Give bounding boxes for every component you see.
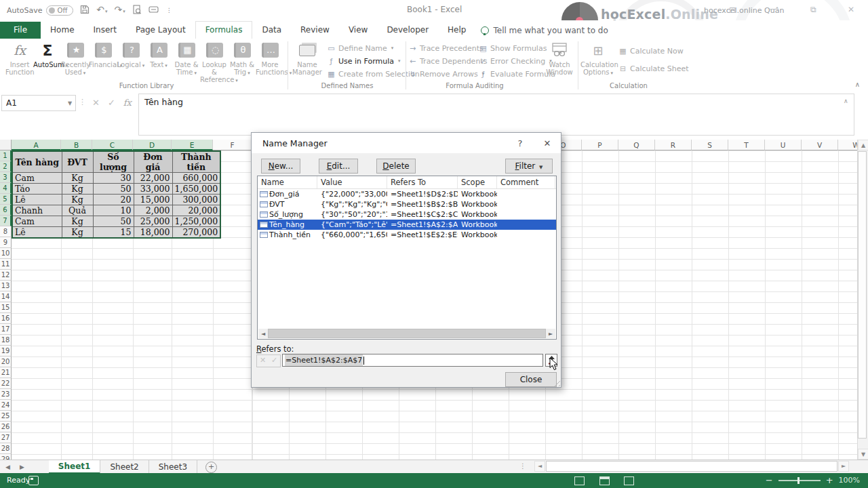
save-icon[interactable] xyxy=(80,5,90,16)
name-row-ĐVT[interactable]: ĐVT{"Kg";"Kg";"Kg";"Quả";...=Sheet1!$B$2… xyxy=(258,199,556,209)
sheet-tab-sheet3[interactable]: Sheet3 xyxy=(149,460,197,474)
table-cell[interactable]: 20 xyxy=(93,195,134,205)
row-header-21[interactable]: 21 xyxy=(0,367,12,378)
column-header-P[interactable]: P xyxy=(582,140,618,150)
row-header-27[interactable]: 27 xyxy=(0,432,12,443)
data-table[interactable]: Tên hàngĐVTSố lượngĐơn giáThành tiềnCamK… xyxy=(12,150,221,239)
redo-dropdown-icon[interactable]: ▾ xyxy=(123,9,125,14)
watch-window-button[interactable]: Watch Window xyxy=(544,41,575,76)
row-header-5[interactable]: 5 xyxy=(0,194,12,205)
tab-view[interactable]: View xyxy=(339,22,377,39)
table-header-cell[interactable]: Tên hàng xyxy=(12,151,62,173)
column-header-U[interactable]: U xyxy=(765,140,802,150)
edit-button[interactable]: Edit... xyxy=(319,159,358,174)
collapse-ribbon-icon[interactable]: ∧ xyxy=(855,81,860,88)
tab-page-layout[interactable]: Page Layout xyxy=(126,22,195,39)
next-sheet-icon[interactable]: ▶ xyxy=(20,464,24,470)
scroll-left-icon[interactable]: ◄ xyxy=(258,331,268,337)
trace-dependents-button[interactable]: ←Trace Dependents xyxy=(408,56,487,66)
list-column-header-name[interactable]: Name xyxy=(258,176,317,188)
tab-scroll-splitter[interactable]: ⋮ xyxy=(519,462,526,470)
zoom-slider[interactable] xyxy=(778,480,821,481)
column-header-R[interactable]: R xyxy=(655,140,692,150)
formula-bar-splitter[interactable]: ⋮ xyxy=(79,98,86,106)
column-header-T[interactable]: T xyxy=(728,140,765,150)
show-formulas-button[interactable]: ▤Show Formulas xyxy=(479,43,547,54)
prev-sheet-icon[interactable]: ◀ xyxy=(5,464,10,470)
table-cell[interactable]: 15,000 xyxy=(134,195,172,205)
minimize-icon[interactable]: — xyxy=(770,4,778,14)
redo-button[interactable]: ↷▾ xyxy=(115,5,125,16)
table-header-cell[interactable]: Thành tiền xyxy=(172,151,220,173)
column-header-A[interactable]: A xyxy=(12,140,61,150)
remove-arrows-button[interactable]: ↯Remove Arrows▾ xyxy=(408,68,484,79)
table-cell[interactable]: 10 xyxy=(93,205,134,216)
insert-function-icon[interactable]: fx xyxy=(123,98,132,108)
new-sheet-button[interactable]: + xyxy=(205,462,217,473)
horizontal-scrollbar-thumb[interactable] xyxy=(546,461,837,472)
error-checking-button[interactable]: ✓Error Checking▾ xyxy=(479,56,552,66)
table-cell[interactable]: Táo xyxy=(12,184,62,195)
name-row-Số_lượng[interactable]: Số_lượng{"30";"50";"20";"10";"5...=Sheet… xyxy=(258,209,556,220)
zoom-out-icon[interactable]: − xyxy=(766,475,773,485)
vertical-scrollbar-thumb[interactable] xyxy=(858,151,867,439)
tab-file[interactable]: File xyxy=(0,22,41,39)
row-header-26[interactable]: 26 xyxy=(0,422,12,432)
row-header-23[interactable]: 23 xyxy=(0,389,12,400)
table-cell[interactable]: 300,000 xyxy=(172,195,220,205)
table-cell[interactable]: Cam xyxy=(12,216,62,227)
row-header-28[interactable]: 28 xyxy=(0,443,12,454)
column-header-E[interactable]: E xyxy=(172,140,213,150)
row-headers[interactable]: 1234567891011121314151617181920212223242… xyxy=(0,150,12,460)
date-time-button[interactable]: ▦Date & Time▾ xyxy=(172,41,201,77)
undo-button[interactable]: ↶▾ xyxy=(96,5,107,16)
scroll-down-icon[interactable]: ▼ xyxy=(858,449,868,460)
customize-qat-icon[interactable]: ⋮ xyxy=(166,5,173,15)
delete-button[interactable]: Delete xyxy=(376,159,416,174)
scroll-right-icon[interactable]: ► xyxy=(546,331,555,337)
tab-review[interactable]: Review xyxy=(291,22,339,39)
name-manager-button[interactable]: Name Manager xyxy=(292,41,323,76)
dialog-close-icon[interactable]: ✕ xyxy=(534,138,561,148)
tab-insert[interactable]: Insert xyxy=(84,22,126,39)
table-cell[interactable]: 50 xyxy=(93,184,134,195)
tab-developer[interactable]: Developer xyxy=(377,22,438,39)
row-header-11[interactable]: 11 xyxy=(0,259,12,270)
zoom-in-icon[interactable]: + xyxy=(826,475,833,485)
formula-bar-collapse-icon[interactable]: ∧ xyxy=(844,98,848,104)
scroll-left-icon[interactable]: ◄ xyxy=(534,461,545,472)
row-header-24[interactable]: 24 xyxy=(0,400,12,411)
sheet-tab-sheet1[interactable]: Sheet1 xyxy=(49,460,101,474)
row-header-9[interactable]: 9 xyxy=(0,237,12,248)
table-cell[interactable]: Quả xyxy=(62,205,93,216)
name-row-Thành_tiền[interactable]: Thành_tiền{"660,000";"1,650,000"...=Shee… xyxy=(258,230,556,240)
row-header-20[interactable]: 20 xyxy=(0,357,12,367)
define-name-button[interactable]: ▭Define Name▾ xyxy=(327,43,393,54)
math-trig-button[interactable]: θMath & Trig▾ xyxy=(228,41,256,77)
row-header-8[interactable]: 8 xyxy=(0,226,12,237)
table-cell[interactable]: 15 xyxy=(93,227,134,239)
table-cell[interactable]: 1,650,000 xyxy=(172,184,220,195)
logical-button[interactable]: ?Logical▾ xyxy=(117,41,145,70)
name-box-dropdown-icon[interactable]: ▼ xyxy=(64,100,75,106)
normal-view-icon[interactable] xyxy=(574,476,585,485)
dialog-horizontal-scrollbar[interactable]: ◄ ► xyxy=(258,329,555,338)
name-row-Tên_hàng[interactable]: Tên_hàng{"Cam";"Táo";"Lê";"Ch...=Sheet1!… xyxy=(258,220,556,230)
page-break-view-icon[interactable] xyxy=(624,476,634,485)
column-header-V[interactable]: V xyxy=(802,140,838,150)
row-header-12[interactable]: 12 xyxy=(0,270,12,281)
select-all-corner[interactable] xyxy=(0,140,12,150)
table-cell[interactable]: 2,000 xyxy=(134,205,172,216)
row-header-4[interactable]: 4 xyxy=(0,183,12,194)
dialog-title-bar[interactable]: Name Manager ? ✕ xyxy=(252,133,561,153)
column-header-C[interactable]: C xyxy=(92,140,133,150)
row-header-29[interactable]: 29 xyxy=(0,454,12,460)
table-cell[interactable]: 25,000 xyxy=(134,216,172,227)
row-header-17[interactable]: 17 xyxy=(0,324,12,335)
tab-formulas[interactable]: Formulas xyxy=(195,21,253,39)
row-header-15[interactable]: 15 xyxy=(0,302,12,313)
table-cell[interactable]: Kg xyxy=(62,195,93,205)
define-name-qat-icon[interactable] xyxy=(149,5,159,15)
lookup-reference-button[interactable]: ◌Lookup & Reference▾ xyxy=(200,41,229,85)
dialog-scrollbar-thumb[interactable] xyxy=(268,329,546,338)
